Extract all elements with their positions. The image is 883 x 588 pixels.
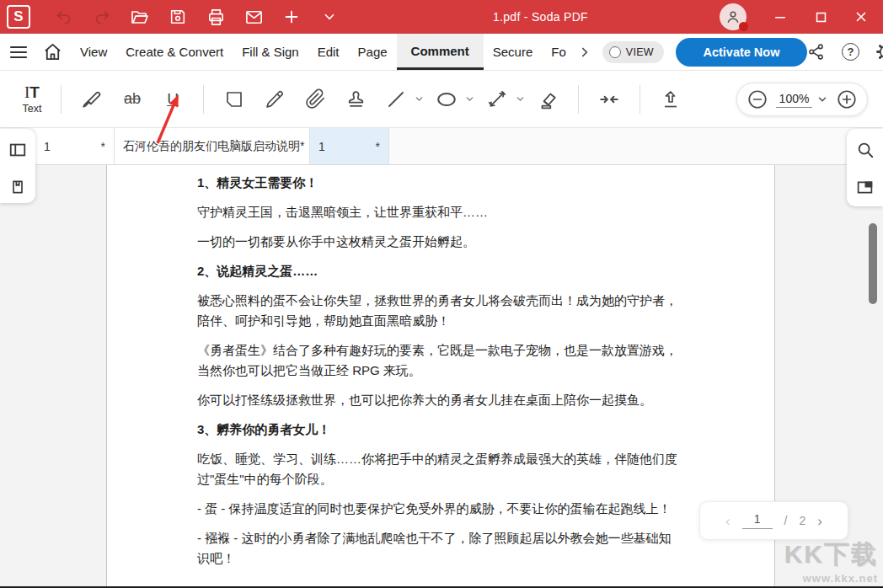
measure-arrow-tool-icon[interactable] [483, 85, 511, 114]
menubar: ViewCreate & ConvertFill & SignEditPageC… [0, 34, 883, 71]
line-tool-icon[interactable] [382, 85, 410, 114]
tab-modified-badge: * [369, 140, 380, 153]
bookmark-icon[interactable] [7, 176, 29, 198]
activate-now-button[interactable]: Activate Now [676, 38, 807, 67]
toolbar-divider [61, 85, 62, 114]
pdf-page[interactable]: 1、精灵女王需要你！守护精灵王国，击退黑暗领主，让世界重获和平……一切的一切都要… [106, 165, 775, 586]
right-panel-card [847, 129, 883, 206]
text-tool-icon: IT [24, 83, 40, 102]
maximize-button[interactable] [811, 7, 831, 27]
document-heading: 1、精灵女王需要你！ [197, 173, 682, 193]
menu-item-fill-sign[interactable]: Fill & Sign [233, 34, 308, 70]
next-page-icon[interactable]: › [817, 514, 822, 528]
document-paragraph: - 襁褓 - 这时的小勇者除了满地乱爬啥也干不了，除了照顾起居以外教会她一些基础… [197, 528, 682, 569]
menu-item-fo[interactable]: Fo [542, 34, 575, 70]
more-tools-chevron-icon[interactable] [319, 7, 340, 27]
menu-item-secure[interactable]: Secure [484, 34, 543, 70]
ellipse-tool-icon[interactable] [432, 85, 461, 114]
tab-modified-badge: * [94, 140, 105, 153]
tab-title: 1 [44, 140, 51, 153]
menu-item-edit[interactable]: Edit [308, 34, 349, 70]
text-tool-caption: Text [23, 103, 42, 115]
strikeout-tool[interactable]: ab [118, 85, 147, 114]
export-annotations-tool-icon[interactable] [656, 85, 685, 114]
email-icon[interactable] [243, 7, 264, 27]
eraser-tool-icon[interactable] [533, 85, 562, 114]
toolbar-divider [203, 85, 204, 114]
document-tab-3[interactable]: 1* [310, 128, 389, 164]
attachment-tool-icon[interactable] [301, 85, 329, 114]
pencil-tool-icon[interactable] [260, 85, 289, 114]
underline-tool[interactable]: U [158, 85, 187, 114]
sticky-note-tool-icon[interactable] [220, 85, 249, 114]
menu-item-page[interactable]: Page [349, 34, 397, 70]
document-tab-2[interactable]: 石河伦吾的朋友们电脑版启动说明* [115, 128, 310, 164]
add-icon[interactable] [281, 7, 302, 27]
view-toggle-label: VIEW [626, 46, 654, 58]
text-comment-tool[interactable]: IT Text [13, 83, 51, 115]
minimize-button[interactable] [770, 7, 790, 27]
comment-toolbar: IT Text ab U [0, 71, 883, 128]
document-heading: 3、孵养你的勇者女儿！ [197, 420, 682, 440]
menu-item-create-convert[interactable]: Create & Convert [116, 34, 233, 70]
help-icon[interactable]: ? [842, 43, 859, 61]
tab-title: 石河伦吾的朋友们电脑版启动说明* [123, 139, 304, 154]
window-title: 1.pdf - Soda PDF [493, 0, 588, 34]
tab-title: 1 [318, 140, 325, 153]
page-navigator: ‹ 1 / 2 › [699, 501, 848, 540]
pages-panel-icon[interactable] [7, 139, 29, 161]
menu-item-view[interactable]: View [71, 34, 116, 70]
zoom-controls: 100% [736, 83, 868, 116]
redo-icon[interactable] [92, 7, 112, 27]
document-tabs: 1*石河伦吾的朋友们电脑版启动说明*1* [35, 128, 389, 164]
document-tab-1[interactable]: 1* [35, 128, 115, 164]
left-panel-card [0, 129, 35, 203]
close-button[interactable] [851, 7, 871, 27]
document-paragraph: 《勇者蛋生》结合了多种有趣好玩的要素，它既是一款电子宠物，也是一款放置游戏，当然… [197, 340, 682, 381]
current-page-input[interactable]: 1 [742, 512, 773, 529]
measure-tool-chevron-icon[interactable] [514, 91, 526, 108]
compress-arrows-tool-icon[interactable] [595, 85, 623, 114]
watermark-title: KK下载 [784, 537, 878, 572]
previous-page-icon[interactable]: ‹ [725, 514, 730, 528]
document-paragraph: 你可以打怪练级拯救世界，也可以把你养大的勇者女儿挂在桌面上陪你一起摸鱼。 [197, 390, 682, 410]
user-avatar[interactable] [720, 3, 747, 30]
document-tabbar: 1*石河伦吾的朋友们电脑版启动说明*1* [0, 128, 883, 165]
menu-items: ViewCreate & ConvertFill & SignEditPageC… [71, 34, 575, 70]
zoom-level-value[interactable]: 100% [776, 92, 813, 108]
page-separator: / [784, 514, 788, 527]
document-paragraph: 一切的一切都要从你手中这枚精灵之蛋开始孵起。 [197, 232, 682, 252]
view-mode-toggle[interactable]: VIEW [602, 41, 664, 63]
line-tool-chevron-icon[interactable] [413, 91, 425, 108]
menu-item-comment[interactable]: Comment [397, 34, 484, 70]
titlebar: S 1.pdf - Soda PDF [0, 0, 883, 34]
zoom-level-chevron-icon[interactable] [816, 94, 828, 105]
share-icon[interactable] [807, 43, 825, 61]
toolbar-divider [578, 85, 579, 114]
home-icon[interactable] [43, 42, 62, 61]
toolbar-divider [640, 85, 640, 114]
menu-overflow-chevron-icon[interactable] [577, 45, 592, 60]
notification-dot [739, 22, 748, 31]
document-paragraph: - 蛋 - 保持温度适宜的同时也要保护它免受外界的威胁，不要让你的蛋输在起跑线上… [197, 499, 682, 519]
undo-icon[interactable] [54, 7, 74, 27]
document-paragraph: 被悉心照料的蛋不会让你失望，拯救世界的勇者女儿将会破壳而出！成为她的守护者，陪伴… [197, 291, 682, 331]
zoom-in-icon[interactable] [836, 88, 858, 110]
soda-pdf-logo: S [7, 5, 30, 29]
settings-gear-icon[interactable] [876, 42, 883, 61]
stamp-tool-icon[interactable] [341, 85, 370, 114]
watermark-url: www.kkx.net [784, 572, 878, 585]
print-icon[interactable] [206, 7, 226, 27]
hamburger-menu-icon[interactable] [8, 42, 29, 62]
document-viewport[interactable]: 1、精灵女王需要你！守护精灵王国，击退黑暗领主，让世界重获和平……一切的一切都要… [0, 165, 883, 586]
document-paragraph: 吃饭、睡觉、学习、训练……你将把手中的精灵之蛋孵养成最强大的英雄，伴随他们度过"… [197, 449, 682, 489]
open-file-icon[interactable] [130, 7, 150, 27]
thumbnails-panel-icon[interactable] [854, 176, 876, 198]
zoom-out-icon[interactable] [747, 88, 768, 110]
ellipse-tool-chevron-icon[interactable] [463, 91, 475, 108]
vertical-scrollbar[interactable] [869, 223, 877, 304]
search-icon[interactable] [854, 139, 876, 161]
save-icon[interactable] [168, 7, 188, 27]
total-pages: 2 [799, 514, 805, 527]
highlight-tool-icon[interactable] [78, 85, 106, 114]
